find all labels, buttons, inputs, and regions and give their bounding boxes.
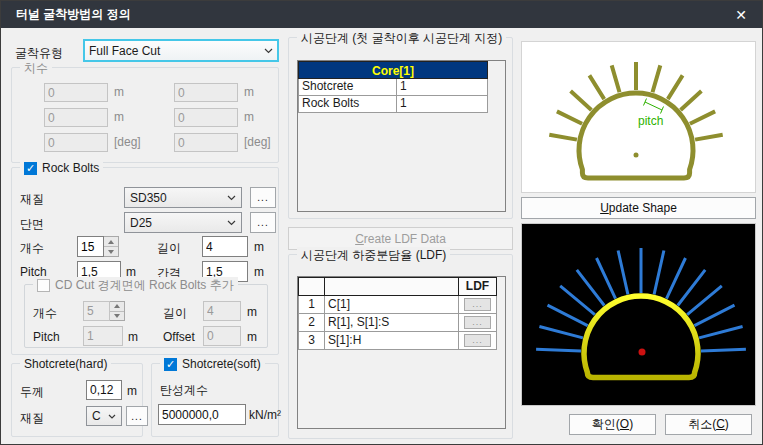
cd-count-label: 개수 xyxy=(33,305,57,322)
tunnel-center-dot xyxy=(634,153,639,158)
dimension-field-4 xyxy=(174,108,238,127)
chevron-down-icon xyxy=(227,220,236,226)
cancel-button[interactable]: 취소(C) xyxy=(665,414,752,435)
spinner-arrows[interactable] xyxy=(104,236,119,257)
rock-bolt-material-value: SD350 xyxy=(130,191,223,205)
length-label: 길이 xyxy=(157,240,181,257)
cd-length-input xyxy=(203,301,241,321)
rock-bolt-material-combobox[interactable]: SD350 xyxy=(124,187,242,208)
table-row: Rock Bolts 1 xyxy=(298,96,488,113)
shotcrete-soft-group: Shotcrete(soft) 탄성계수 kN/m² xyxy=(151,363,279,437)
close-icon[interactable]: ✕ xyxy=(730,7,752,23)
dimension-field-5 xyxy=(44,133,108,152)
length-input[interactable] xyxy=(202,236,248,257)
stage-table-header: Core[1] xyxy=(298,61,488,79)
ldf-row-buttoncell: ... xyxy=(459,296,497,314)
cd-count-input xyxy=(83,301,110,321)
ldf-row-name[interactable]: S[1]:H xyxy=(325,332,459,350)
ldf-row-buttoncell: ... xyxy=(459,332,497,350)
thickness-input[interactable] xyxy=(86,380,122,400)
count-input[interactable] xyxy=(77,236,104,257)
table-row: 3 S[1]:H ... xyxy=(298,332,505,350)
shotcrete-soft-group-title: Shotcrete(soft) xyxy=(182,357,261,371)
sc-material-value: C xyxy=(92,409,104,423)
cd-offset-label: Offset xyxy=(163,330,195,344)
rock-bolts-group-title: Rock Bolts xyxy=(42,161,99,175)
shotcrete-soft-checkbox[interactable] xyxy=(164,358,177,371)
chevron-down-icon xyxy=(108,414,116,419)
chevron-down-icon xyxy=(264,48,273,54)
modulus-unit: kN/m² xyxy=(249,408,281,422)
length-unit: m xyxy=(254,240,264,254)
rock-bolts-checkbox[interactable] xyxy=(24,162,37,175)
thickness-label: 두께 xyxy=(20,384,44,401)
stage-row-value[interactable]: 1 xyxy=(397,79,488,96)
tunnel-shape-preview: pitch xyxy=(521,41,756,193)
dimensions-group: 치수 m m m m [deg] [deg] xyxy=(11,67,279,163)
ldf-more-button: ... xyxy=(464,334,491,347)
spin-up-icon[interactable] xyxy=(104,237,118,246)
spin-down-icon[interactable] xyxy=(104,246,118,256)
table-row: Shotcrete 1 xyxy=(298,79,488,96)
rock-bolt-material-more-button[interactable]: ... xyxy=(250,187,276,208)
dimension-field-6 xyxy=(174,133,238,152)
ldf-row-name[interactable]: C[1] xyxy=(325,296,459,314)
rock-bolt-rays xyxy=(549,62,722,140)
shotcrete-hard-group-title: Shotcrete(hard) xyxy=(20,356,111,372)
thickness-unit: m xyxy=(127,384,137,398)
dimension-unit-4: m xyxy=(244,110,254,124)
update-shape-button[interactable]: Update Shape xyxy=(521,197,756,219)
dimension-field-2 xyxy=(174,83,238,102)
cd-cut-group-title: CD Cut 경계면에 Rock Bolts 추가 xyxy=(55,277,234,294)
modulus-label: 탄성계수 xyxy=(160,382,208,399)
modulus-input[interactable] xyxy=(158,404,246,425)
dimension-unit-2: m xyxy=(244,85,254,99)
stage-row-value[interactable]: 1 xyxy=(397,96,488,113)
cd-pitch-input xyxy=(83,326,123,346)
tunnel-outline xyxy=(584,296,698,377)
dimension-unit-5: [deg] xyxy=(114,135,141,149)
pitch-label: pitch xyxy=(638,114,663,128)
construction-stage-table: Core[1] Shotcrete 1 Rock Bolts 1 xyxy=(297,60,506,212)
ldf-row-number: 1 xyxy=(298,296,325,314)
ldf-row-name[interactable]: R[1], S[1]:S xyxy=(325,314,459,332)
ldf-group-title: 시공단계 하중분담율 (LDF) xyxy=(297,247,450,263)
tunnel-outline xyxy=(579,93,693,178)
chevron-down-icon xyxy=(227,195,236,201)
cd-cut-group: CD Cut 경계면에 Rock Bolts 추가 개수 길이 m Pitch … xyxy=(24,284,268,348)
ok-button[interactable]: 확인(O) xyxy=(569,414,656,435)
sc-material-more-button[interactable]: ... xyxy=(126,406,148,426)
construction-stage-group-title: 시공단계 (첫 굴착이후 시공단계 지정) xyxy=(297,30,506,46)
shotcrete-hard-group: Shotcrete(hard) 두께 m 재질 C ... xyxy=(11,363,143,437)
rock-bolt-section-value: D25 xyxy=(130,216,223,230)
ldf-group: 시공단계 하중분담율 (LDF) LDF 1 C[1] ... 2 R[1], … xyxy=(288,254,513,439)
sc-material-label: 재질 xyxy=(20,410,44,427)
cd-offset-input xyxy=(203,326,241,346)
count-label: 개수 xyxy=(20,240,44,257)
rock-bolt-section-more-button[interactable]: ... xyxy=(250,212,276,233)
dimensions-group-title: 치수 xyxy=(20,60,52,76)
dimension-unit-1: m xyxy=(114,85,124,99)
ldf-more-button: ... xyxy=(464,316,491,329)
dimension-unit-6: [deg] xyxy=(244,135,271,149)
count-spinner[interactable] xyxy=(77,236,119,257)
spacing-unit: m xyxy=(254,265,264,279)
cd-pitch-unit: m xyxy=(128,330,138,344)
rock-bolt-section-combobox[interactable]: D25 xyxy=(124,212,242,233)
ldf-column-header: LDF xyxy=(459,277,497,296)
sc-material-combobox[interactable]: C xyxy=(86,406,122,426)
ldf-row-number: 3 xyxy=(298,332,325,350)
cd-cut-checkbox xyxy=(37,279,50,292)
spin-down-icon xyxy=(110,311,124,321)
tunnel-center-dot xyxy=(639,349,646,356)
material-label: 재질 xyxy=(20,191,44,208)
excavation-type-combobox[interactable]: Full Face Cut xyxy=(83,39,279,62)
tunnel-render-preview xyxy=(521,223,756,406)
stage-row-name: Shotcrete xyxy=(298,79,397,96)
titlebar: 터널 굴착방법의 정의 ✕ xyxy=(1,1,762,28)
rock-bolt-rays xyxy=(536,248,746,351)
cd-offset-unit: m xyxy=(247,330,257,344)
cd-length-unit: m xyxy=(247,305,257,319)
tunnel-excavation-method-dialog: 터널 굴착방법의 정의 ✕ 굴착유형 Full Face Cut 치수 m m … xyxy=(0,0,763,445)
spinner-arrows xyxy=(110,301,125,321)
